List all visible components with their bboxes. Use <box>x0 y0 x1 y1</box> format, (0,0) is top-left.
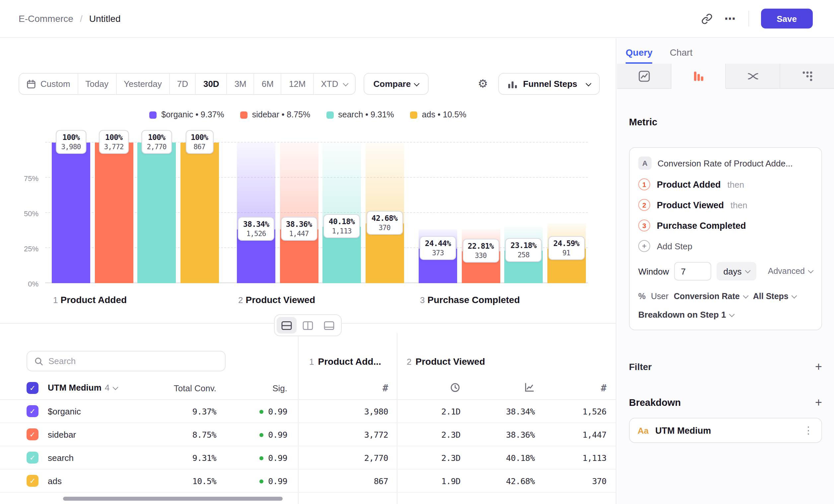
tab-chart[interactable]: Chart <box>670 47 692 64</box>
legend-item[interactable]: ads • 10.5% <box>410 110 466 119</box>
search-icon <box>35 357 43 366</box>
sig-column-header[interactable]: Sig. <box>272 383 287 393</box>
bar-value-label: 100%3,980 <box>56 130 86 154</box>
row-total-conv: 8.75% <box>192 423 216 446</box>
tab-flows[interactable] <box>726 64 780 89</box>
table-row[interactable]: ✓$organic9.37%0.993,9802.1D38.34%1,526 <box>0 400 616 423</box>
legend-item[interactable]: search • 9.31% <box>326 110 394 119</box>
bar-value-label: 23.18%258 <box>505 238 542 262</box>
step-axis-label: 2Product Viewed <box>238 294 315 306</box>
add-filter-button[interactable]: + <box>815 361 822 373</box>
plus-circle-icon: + <box>638 240 650 252</box>
breadcrumb-project[interactable]: E-Commerce <box>19 13 73 24</box>
count-metric-toggle[interactable]: # <box>382 382 388 394</box>
window-unit-select[interactable]: days <box>717 262 756 280</box>
funnel-bar[interactable] <box>52 143 90 283</box>
table-step1-header: 1Product Add... <box>309 356 381 367</box>
date-range-12m[interactable]: 12M <box>282 74 314 94</box>
date-range-label: Today <box>86 79 108 89</box>
total-conv-column-header[interactable]: Total Conv. <box>174 383 216 393</box>
table-row[interactable]: ✓sidebar8.75%0.993,7722.3D38.36%1,447 <box>0 423 616 446</box>
legend-item[interactable]: sidebar • 8.75% <box>240 110 310 119</box>
add-breakdown-button[interactable]: + <box>815 396 822 409</box>
table-column-header-row: ✓ UTM Medium4 Total Conv. Sig. # # <box>0 381 616 400</box>
advanced-toggle[interactable]: Advanced <box>768 267 813 276</box>
tab-insights[interactable] <box>617 64 672 89</box>
funnel-bar[interactable] <box>323 143 361 283</box>
bar-value-label: 22.81%330 <box>462 238 499 262</box>
bar-value-label: 100%867 <box>185 130 213 154</box>
percent-icon: % <box>638 292 645 301</box>
chart-type-button[interactable]: Funnel Steps <box>499 73 600 95</box>
metric-step[interactable]: 1Product Addedthen <box>638 178 813 190</box>
measurement-actor[interactable]: User <box>651 292 668 301</box>
window-value-input[interactable] <box>675 262 711 280</box>
date-range-3m[interactable]: 3M <box>227 74 255 94</box>
previous-step-ghost <box>280 143 318 229</box>
compare-button[interactable]: Compare <box>364 73 429 95</box>
measurement-select[interactable]: Conversion Rate <box>674 292 748 301</box>
conversion-trend-toggle[interactable] <box>524 382 535 395</box>
row-checkbox[interactable]: ✓ <box>26 428 39 440</box>
breadcrumb-report-title[interactable]: Untitled <box>89 13 121 24</box>
line-chart-icon <box>524 382 535 393</box>
tab-funnels[interactable] <box>672 64 726 89</box>
date-range-xtd[interactable]: XTD <box>314 74 355 94</box>
kebab-menu-icon[interactable]: ⋮ <box>804 425 813 436</box>
table-row[interactable]: ✓search9.31%0.992,7702.3D40.18%1,113 <box>0 446 616 469</box>
date-range-today[interactable]: Today <box>78 74 116 94</box>
funnel-bar[interactable] <box>94 143 133 283</box>
tab-query[interactable]: Query <box>626 47 653 64</box>
row-step2-count: 1,447 <box>583 423 607 446</box>
date-range-yesterday[interactable]: Yesterday <box>116 74 170 94</box>
add-step-button[interactable]: + Add Step <box>638 240 813 252</box>
funnel-bar[interactable] <box>237 143 275 283</box>
date-range-6m[interactable]: 6M <box>255 74 282 94</box>
step-name: Product Add... <box>318 356 381 367</box>
breakdown-item[interactable]: AaUTM Medium⋮ <box>629 418 822 443</box>
row-checkbox[interactable]: ✓ <box>26 475 39 487</box>
row-significance: 0.99 <box>259 400 287 423</box>
tab-retention[interactable] <box>780 64 834 89</box>
bar-chart-icon <box>508 79 518 89</box>
metric-step[interactable]: 3Purchase Completed <box>638 220 813 231</box>
bar-value-label: 38.36%1,447 <box>281 216 317 240</box>
chart-settings-button[interactable]: ⚙ <box>478 78 488 90</box>
funnel-bar[interactable] <box>180 143 219 283</box>
search-input[interactable] <box>48 356 218 366</box>
horizontal-scrollbar[interactable] <box>63 497 283 501</box>
query-panel-content: Metric A Conversion Rate of Product Adde… <box>617 117 834 443</box>
legend-label: ads • 10.5% <box>422 110 466 119</box>
row-checkbox[interactable]: ✓ <box>26 405 39 417</box>
legend-item[interactable]: $organic • 9.37% <box>149 110 224 119</box>
funnel-bar[interactable] <box>280 143 318 283</box>
step-number: 2 <box>407 357 411 367</box>
date-range-custom[interactable]: Custom <box>19 74 78 94</box>
check-icon: ✓ <box>29 431 36 438</box>
funnel-bar[interactable] <box>137 143 176 283</box>
row-step2-count: 1,113 <box>583 446 607 469</box>
layout-split-horizontal-button[interactable] <box>277 317 297 334</box>
metric-step[interactable]: 2Product Viewedthen <box>638 199 813 211</box>
select-all-checkbox[interactable]: ✓ <box>26 382 39 394</box>
date-range-7d[interactable]: 7D <box>170 74 196 94</box>
count-metric-toggle[interactable]: # <box>601 382 607 394</box>
layout-bottom-panel-button[interactable] <box>319 317 339 334</box>
steps-scope-select[interactable]: All Steps <box>753 292 796 301</box>
breakdown-on-step-select[interactable]: Breakdown on Step 1 <box>638 310 813 320</box>
breakdown-group-header[interactable]: UTM Medium4 <box>48 383 117 393</box>
row-total-conv: 10.5% <box>192 469 216 493</box>
time-to-convert-toggle[interactable] <box>450 382 460 395</box>
date-range-30d[interactable]: 30D <box>196 74 227 94</box>
metric-title-row[interactable]: A Conversion Rate of Product Adde... <box>638 157 813 170</box>
table-search[interactable] <box>26 351 225 371</box>
more-menu-button[interactable]: ⋯ <box>724 12 736 25</box>
step-axis-label: 3Purchase Completed <box>420 294 520 306</box>
copy-link-button[interactable] <box>701 13 712 24</box>
layout-split-vertical-button[interactable] <box>298 317 318 334</box>
save-button[interactable]: Save <box>761 8 813 28</box>
bar-value-label: 40.18%1,113 <box>324 214 360 238</box>
row-checkbox[interactable]: ✓ <box>26 452 39 463</box>
table-row[interactable]: ✓ads10.5%0.998671.9D42.68%370 <box>0 469 616 493</box>
row-step2-rate: 40.18% <box>506 446 535 469</box>
